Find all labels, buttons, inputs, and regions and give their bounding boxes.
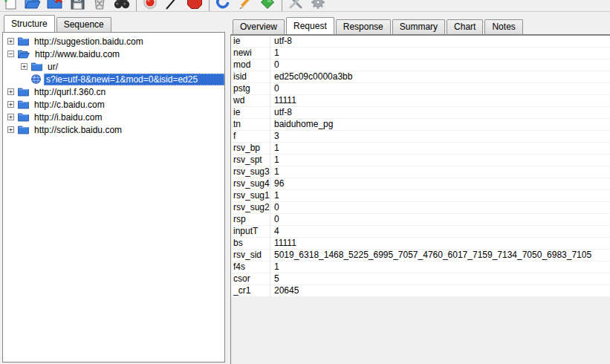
- tree-item-label: http://qurl.f.360.cn: [32, 86, 108, 98]
- tab-response[interactable]: Response: [336, 19, 391, 34]
- param-row[interactable]: ieutf-8: [231, 107, 610, 119]
- param-value: utf-8: [270, 107, 610, 118]
- close-folder-icon[interactable]: [46, 0, 64, 11]
- new-icon[interactable]: [1, 0, 19, 11]
- folder-icon: [18, 125, 29, 134]
- tree-item[interactable]: s?ie=utf-8&newi=1&mod=0&isid=ed25: [3, 73, 224, 85]
- folder-icon: [18, 100, 29, 109]
- param-key: rsp: [231, 214, 270, 225]
- param-key: inputT: [231, 226, 270, 237]
- details-panel: Overview Request Response Summary Chart …: [230, 18, 610, 364]
- param-row[interactable]: isided25c09c0000a3bb: [231, 71, 610, 83]
- tools-icon[interactable]: [287, 0, 305, 11]
- tree-item[interactable]: +http://c.baidu.com: [3, 98, 224, 111]
- param-row[interactable]: bs11111: [231, 238, 610, 250]
- collapse-minus-icon[interactable]: −: [7, 51, 14, 57]
- param-key: rsv_sug4: [231, 178, 270, 189]
- tab-structure[interactable]: Structure: [4, 15, 55, 32]
- tree-item[interactable]: +http://i.baidu.com: [3, 111, 224, 123]
- right-tab-bar: Overview Request Response Summary Chart …: [230, 18, 610, 34]
- tree-item[interactable]: +http://sclick.baidu.com: [3, 123, 224, 136]
- tree-item[interactable]: +http://qurl.f.360.cn: [3, 85, 224, 98]
- param-row[interactable]: inputT4: [231, 226, 610, 238]
- folder-icon: [31, 62, 42, 71]
- tree-item-label: http://i.baidu.com: [32, 111, 104, 123]
- toolbar: [0, 0, 610, 12]
- param-key: pstg: [231, 83, 270, 94]
- param-row[interactable]: rsv_spt1: [231, 155, 610, 166]
- param-row[interactable]: _cr120645: [231, 285, 610, 297]
- param-value: 0: [270, 202, 610, 213]
- param-key: isid: [231, 71, 270, 82]
- expand-plus-icon[interactable]: +: [7, 114, 14, 120]
- param-row[interactable]: tnbaiduhome_pg: [231, 119, 610, 131]
- folder-open-icon: [18, 49, 30, 59]
- param-row[interactable]: rsv_sug11: [231, 190, 610, 202]
- tree-item-label: http://suggestion.baidu.com: [32, 36, 146, 48]
- param-value: 1: [270, 143, 610, 154]
- tree-item-label: s?ie=utf-8&newi=1&mod=0&isid=ed25: [44, 74, 224, 85]
- param-row[interactable]: rsp0: [231, 214, 610, 226]
- tree-item[interactable]: −http://www.baidu.com: [3, 48, 224, 60]
- tree-item[interactable]: +ur/: [3, 60, 224, 73]
- tab-overview[interactable]: Overview: [233, 19, 285, 34]
- toolbar-separator: [282, 0, 282, 11]
- request-params-table: ieutf-8newi1mod0isided25c09c0000a3bbpstg…: [230, 34, 610, 364]
- record-icon[interactable]: [141, 0, 159, 11]
- param-key: mod: [231, 59, 270, 71]
- param-row[interactable]: f4s1: [231, 261, 610, 273]
- param-row[interactable]: rsv_sug496: [231, 178, 610, 190]
- delete-icon[interactable]: [91, 0, 108, 11]
- structure-panel: Structure Sequence +http://suggestion.ba…: [2, 15, 225, 363]
- edit-icon[interactable]: [236, 0, 254, 11]
- tree-item[interactable]: +http://suggestion.baidu.com: [3, 35, 224, 48]
- param-row[interactable]: newi1: [231, 48, 610, 59]
- param-value: 0: [270, 59, 610, 71]
- param-row[interactable]: mod0: [231, 59, 610, 71]
- open-folder-icon[interactable]: [24, 0, 42, 11]
- param-key: rsv_sug1: [231, 190, 270, 201]
- param-value: 5019_6318_1468_5225_6995_7057_4760_6017_…: [270, 250, 610, 261]
- param-value: utf-8: [270, 36, 610, 47]
- param-row[interactable]: ieutf-8: [231, 36, 610, 48]
- param-key: ie: [231, 36, 270, 47]
- param-key: rsv_spt: [231, 155, 270, 166]
- expand-plus-icon[interactable]: +: [21, 63, 27, 70]
- param-row[interactable]: csor5: [231, 273, 610, 285]
- go-icon[interactable]: [259, 0, 276, 11]
- param-value: 1: [270, 155, 610, 166]
- expand-plus-icon[interactable]: +: [7, 88, 14, 95]
- param-value: 11111: [270, 238, 610, 249]
- find-icon[interactable]: [113, 0, 131, 11]
- tab-summary[interactable]: Summary: [392, 19, 445, 34]
- tab-sequence[interactable]: Sequence: [56, 17, 111, 32]
- param-row[interactable]: rsv_sid5019_6318_1468_5225_6995_7057_476…: [231, 250, 610, 261]
- tab-request[interactable]: Request: [286, 17, 334, 34]
- expand-plus-icon[interactable]: +: [7, 101, 14, 108]
- expand-plus-icon[interactable]: +: [7, 126, 14, 133]
- tab-chart[interactable]: Chart: [447, 19, 483, 34]
- param-value: 96: [270, 178, 610, 189]
- param-value: ed25c09c0000a3bb: [270, 71, 610, 82]
- param-value: 11111: [270, 95, 610, 106]
- param-key: rsv_sug2: [231, 202, 270, 213]
- tab-notes[interactable]: Notes: [484, 19, 522, 34]
- param-key: csor: [231, 273, 270, 285]
- param-row[interactable]: rsv_sug20: [231, 202, 610, 214]
- param-key: newi: [231, 48, 270, 59]
- save-icon[interactable]: [68, 0, 86, 11]
- param-row[interactable]: rsv_sug31: [231, 166, 610, 178]
- stop-icon[interactable]: [186, 0, 204, 11]
- param-row[interactable]: rsv_bp1: [231, 143, 610, 155]
- tree-item-label: http://c.baidu.com: [32, 99, 107, 111]
- http-analyzer-app: { "colors": { "selection_blue": "#2e6ed4…: [0, 0, 610, 364]
- param-row[interactable]: f3: [231, 131, 610, 143]
- settings-icon[interactable]: [309, 0, 327, 11]
- param-key: rsv_bp: [231, 143, 270, 154]
- tree-item-label: http://www.baidu.com: [33, 48, 122, 60]
- expand-plus-icon[interactable]: +: [7, 38, 14, 45]
- param-row[interactable]: wd11111: [231, 95, 610, 107]
- select-icon[interactable]: [163, 0, 181, 11]
- param-row[interactable]: pstg0: [231, 83, 610, 95]
- refresh-icon[interactable]: [214, 0, 232, 11]
